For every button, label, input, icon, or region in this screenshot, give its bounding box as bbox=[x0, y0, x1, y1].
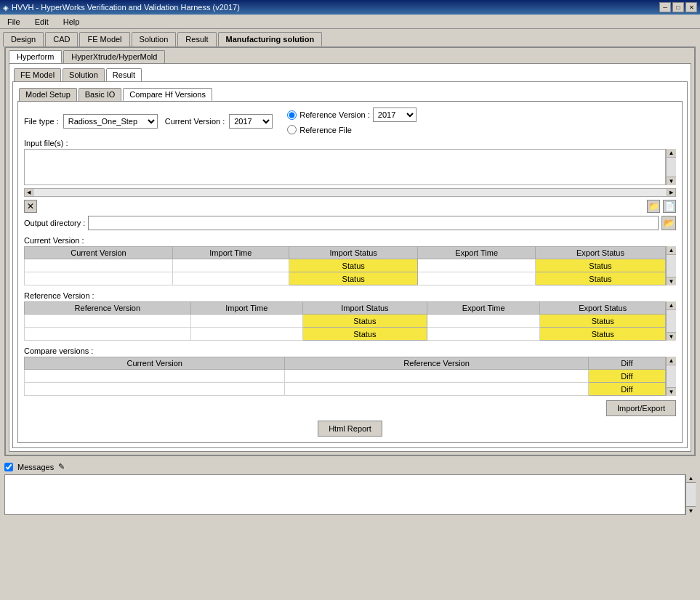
output-folder-icon[interactable]: 📂 bbox=[661, 216, 676, 230]
col-cmp-diff: Diff bbox=[588, 357, 665, 370]
messages-checkbox[interactable] bbox=[4, 463, 13, 471]
messages-section: Messages ✎ ▲ ▼ bbox=[0, 459, 700, 518]
minimize-button[interactable]: ─ bbox=[659, 2, 671, 12]
col-import-status: Import Status bbox=[289, 247, 418, 259]
tab-cad[interactable]: CAD bbox=[45, 32, 78, 46]
tab-hyperform[interactable]: Hyperform bbox=[9, 50, 62, 63]
input-files-area[interactable] bbox=[24, 149, 666, 185]
cv-version bbox=[25, 259, 173, 272]
horizontal-scrollbar[interactable]: ◀ ▶ bbox=[24, 188, 676, 197]
table-row: Diff bbox=[25, 383, 666, 396]
cv-export-time-2 bbox=[418, 272, 535, 285]
table-row: Diff bbox=[25, 370, 666, 383]
inner-tab-bar: FE Model Solution Result bbox=[12, 67, 688, 81]
top-tab-bar: Design CAD FE Model Solution Result Manu… bbox=[0, 29, 700, 46]
cv-import-time-2 bbox=[172, 272, 289, 285]
messages-area bbox=[4, 474, 685, 515]
rv-export-time bbox=[427, 315, 540, 328]
tab-basic-io[interactable]: Basic IO bbox=[79, 88, 122, 101]
file-type-select[interactable]: Radioss_One_Step bbox=[63, 114, 158, 129]
current-version-table-wrap: Current Version Import Time Import Statu… bbox=[24, 246, 676, 285]
table-row: Status Status bbox=[25, 259, 666, 272]
ref-version-radio[interactable] bbox=[287, 110, 297, 120]
current-version-select[interactable]: 2017 bbox=[229, 114, 273, 129]
scroll-right-btn[interactable]: ▶ bbox=[667, 189, 675, 196]
input-files-label: Input file(s) : bbox=[24, 139, 68, 147]
tab-result[interactable]: Result bbox=[177, 32, 216, 46]
scroll-up-cmp[interactable]: ▲ bbox=[667, 357, 676, 365]
html-report-button[interactable]: Html Report bbox=[318, 421, 382, 437]
tab-femodel[interactable]: FE Model bbox=[79, 32, 129, 46]
title-bar: ◈ HVVH - HyperWorks Verification and Val… bbox=[0, 0, 700, 15]
tab-model-setup[interactable]: Model Setup bbox=[19, 88, 77, 101]
rv-import-status-2: Status bbox=[302, 328, 427, 341]
reference-version-label: Reference Version : bbox=[299, 110, 370, 119]
rv-version bbox=[25, 315, 191, 328]
output-dir-label: Output directory : bbox=[24, 219, 85, 227]
table-row: Status Status bbox=[25, 328, 666, 341]
compare-versions-table-wrap: Current Version Reference Version Diff D… bbox=[24, 357, 676, 396]
cmp-diff-2: Diff bbox=[588, 383, 665, 396]
window-title: HVVH - HyperWorks Verification and Valid… bbox=[12, 3, 240, 12]
reference-file-label: Reference File bbox=[299, 126, 352, 134]
current-version-table: Current Version Import Time Import Statu… bbox=[24, 246, 666, 285]
tab-solution[interactable]: Solution bbox=[63, 68, 105, 81]
table-row: Status Status bbox=[25, 272, 666, 285]
rv-export-time-2 bbox=[427, 328, 540, 341]
compare-versions-table: Current Version Reference Version Diff D… bbox=[24, 357, 666, 396]
scroll-down-input[interactable]: ▼ bbox=[667, 177, 676, 185]
cmp-reference-1 bbox=[285, 370, 588, 383]
tab-result[interactable]: Result bbox=[106, 68, 142, 81]
scroll-up-rv[interactable]: ▲ bbox=[667, 301, 676, 310]
hyperform-tab-bar: Hyperform HyperXtrude/HyperMold bbox=[6, 48, 694, 63]
file-icon[interactable]: 📄 bbox=[663, 200, 676, 213]
rv-version-2 bbox=[25, 328, 191, 341]
scroll-up-input[interactable]: ▲ bbox=[667, 149, 676, 158]
import-export-button[interactable]: Import/Export bbox=[606, 400, 676, 416]
scroll-down-cmp[interactable]: ▼ bbox=[667, 387, 676, 396]
current-version-section-label: Current Version : bbox=[24, 236, 84, 245]
app-icon: ◈ bbox=[3, 4, 9, 12]
output-dir-row: Output directory : 📂 bbox=[24, 216, 676, 230]
scroll-up-msg[interactable]: ▲ bbox=[686, 474, 696, 483]
scroll-down-cv[interactable]: ▼ bbox=[667, 277, 676, 285]
delete-row-icon[interactable]: ✕ bbox=[24, 200, 37, 213]
col-cmp-reference: Reference Version bbox=[285, 357, 588, 370]
cmp-reference-2 bbox=[285, 383, 588, 396]
cmp-current-2 bbox=[25, 383, 285, 396]
col-ref-export-time: Export Time bbox=[427, 302, 540, 315]
tab-solution[interactable]: Solution bbox=[132, 32, 177, 46]
reference-version-select[interactable]: 2017 bbox=[373, 108, 417, 122]
cmp-current-1 bbox=[25, 370, 285, 383]
ref-version-table: Reference Version Import Time Import Sta… bbox=[24, 301, 666, 341]
table-row: Status Status bbox=[25, 315, 666, 328]
rv-import-time-2 bbox=[190, 328, 302, 341]
ref-file-radio[interactable] bbox=[287, 125, 297, 134]
pencil-icon[interactable]: ✎ bbox=[58, 462, 65, 471]
tab-manufacturing-solution[interactable]: Manufacturing solution bbox=[218, 32, 323, 46]
tab-design[interactable]: Design bbox=[3, 32, 44, 46]
folder-icon[interactable]: 📁 bbox=[647, 200, 660, 213]
close-button[interactable]: ✕ bbox=[685, 2, 697, 12]
ref-version-section-label: Reference Version : bbox=[24, 291, 94, 300]
file-type-label: File type : bbox=[24, 117, 59, 126]
cv-export-status-2: Status bbox=[535, 272, 665, 285]
cv-export-status: Status bbox=[535, 259, 665, 272]
restore-button[interactable]: □ bbox=[672, 2, 684, 12]
scroll-up-cv[interactable]: ▲ bbox=[667, 246, 676, 255]
rv-import-time bbox=[190, 315, 302, 328]
col-ref-import-time: Import Time bbox=[190, 302, 302, 315]
cv-import-time bbox=[172, 259, 289, 272]
menu-edit[interactable]: Edit bbox=[31, 16, 53, 28]
menu-help[interactable]: Help bbox=[59, 16, 84, 28]
messages-label: Messages bbox=[17, 463, 54, 471]
scroll-down-msg[interactable]: ▼ bbox=[686, 506, 696, 515]
tab-hyperxtrude[interactable]: HyperXtrude/HyperMold bbox=[63, 50, 165, 63]
tab-compare-hf-versions[interactable]: Compare Hf Versions bbox=[123, 88, 212, 101]
tab-fe-model[interactable]: FE Model bbox=[14, 68, 61, 81]
col-cmp-current: Current Version bbox=[25, 357, 285, 370]
scroll-left-btn[interactable]: ◀ bbox=[25, 189, 33, 196]
output-dir-input[interactable] bbox=[88, 216, 659, 230]
menu-file[interactable]: File bbox=[3, 16, 25, 28]
scroll-down-rv[interactable]: ▼ bbox=[667, 332, 676, 341]
